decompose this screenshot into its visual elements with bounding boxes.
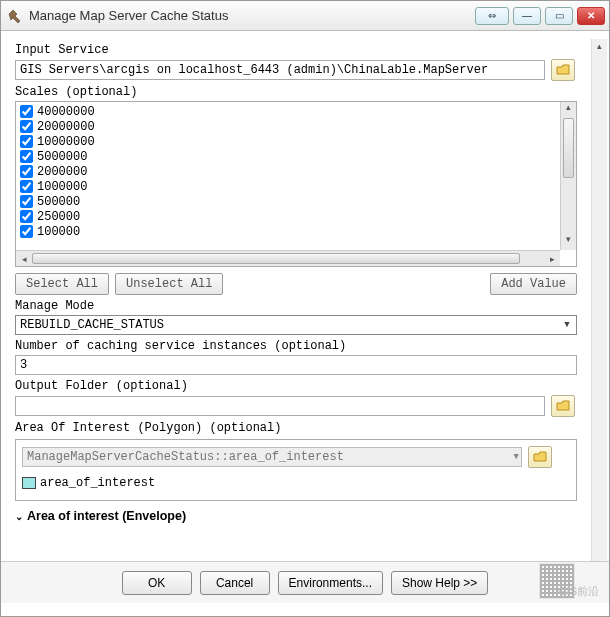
scale-value: 5000000 [37,150,87,164]
aoi-polygon-combo[interactable]: ManageMapServerCacheStatus::area_of_inte… [22,447,522,467]
scales-button-row: Select All Unselect All Add Value [15,273,577,295]
aoi-layer-name: area_of_interest [40,476,155,490]
scale-value: 100000 [37,225,80,239]
scale-row[interactable]: 2000000 [18,164,574,179]
scale-value: 250000 [37,210,80,224]
scale-row[interactable]: 10000000 [18,134,574,149]
scale-checkbox[interactable] [20,210,33,223]
maximize-button[interactable]: ▭ [545,7,573,25]
chevron-down-icon: ▼ [560,318,574,332]
aoi-layer-row[interactable]: area_of_interest [22,476,570,490]
scale-row[interactable]: 20000000 [18,119,574,134]
browse-output-folder-button[interactable] [551,395,575,417]
content-scrollbar[interactable]: ▴ [591,39,607,561]
ok-button[interactable]: OK [122,571,192,595]
browse-aoi-button[interactable] [528,446,552,468]
scale-checkbox[interactable] [20,180,33,193]
scroll-up-icon: ▴ [597,41,602,51]
scales-hscrollbar[interactable]: ◂ ▸ [16,250,560,266]
instances-field[interactable]: 3 [15,355,577,375]
scales-label: Scales (optional) [15,85,597,99]
browse-input-service-button[interactable] [551,59,575,81]
scale-value: 1000000 [37,180,87,194]
scale-checkbox[interactable] [20,225,33,238]
scale-row[interactable]: 5000000 [18,149,574,164]
scale-value: 2000000 [37,165,87,179]
scale-checkbox[interactable] [20,135,33,148]
scale-row[interactable]: 250000 [18,209,574,224]
scale-checkbox[interactable] [20,150,33,163]
watermark-text: GIS前沿 [558,584,599,599]
output-folder-field[interactable] [15,396,545,416]
scale-value: 500000 [37,195,80,209]
dialog-footer: OK Cancel Environments... Show Help >> G… [1,561,609,603]
input-service-label: Input Service [15,43,597,57]
aoi-envelope-toggle[interactable]: ⌄ Area of interest (Envelope) [15,509,597,523]
swap-button[interactable]: ⇔ [475,7,509,25]
polygon-swatch-icon [22,477,36,489]
scale-checkbox[interactable] [20,165,33,178]
scroll-right-icon: ▸ [544,251,560,266]
folder-icon [556,400,570,412]
input-service-field[interactable]: GIS Servers\arcgis on localhost_6443 (ad… [15,60,545,80]
add-value-button[interactable]: Add Value [490,273,577,295]
scale-value: 20000000 [37,120,95,134]
scale-checkbox[interactable] [20,120,33,133]
scale-value: 10000000 [37,135,95,149]
scale-row[interactable]: 500000 [18,194,574,209]
scales-listbox[interactable]: 4000000020000000100000005000000200000010… [15,101,577,267]
scroll-up-icon: ▴ [561,102,576,118]
app-icon [7,8,23,24]
aoi-polygon-box: ManageMapServerCacheStatus::area_of_inte… [15,439,577,501]
instances-label: Number of caching service instances (opt… [15,339,597,353]
titlebar: Manage Map Server Cache Status ⇔ — ▭ ✕ [1,1,609,31]
chevron-down-icon: ▼ [514,452,519,462]
vscroll-thumb[interactable] [563,118,574,178]
folder-icon [533,451,547,463]
manage-mode-combo[interactable]: REBUILD_CACHE_STATUS ▼ [15,315,577,335]
scale-row[interactable]: 40000000 [18,104,574,119]
dialog-content: ▴ Input Service GIS Servers\arcgis on lo… [1,31,609,561]
scroll-down-icon: ▾ [561,234,576,250]
aoi-polygon-combo-value: ManageMapServerCacheStatus::area_of_inte… [27,450,344,464]
input-service-value: GIS Servers\arcgis on localhost_6443 (ad… [20,63,488,77]
unselect-all-button[interactable]: Unselect All [115,273,223,295]
minimize-button[interactable]: — [513,7,541,25]
manage-mode-label: Manage Mode [15,299,597,313]
instances-value: 3 [20,358,27,372]
scale-checkbox[interactable] [20,195,33,208]
manage-mode-value: REBUILD_CACHE_STATUS [20,318,164,332]
scale-checkbox[interactable] [20,105,33,118]
scale-row[interactable]: 100000 [18,224,574,239]
scroll-left-icon: ◂ [16,251,32,266]
hscroll-thumb[interactable] [32,253,520,264]
aoi-polygon-label: Area Of Interest (Polygon) (optional) [15,421,597,435]
chevron-down-icon: ⌄ [15,511,23,522]
scales-vscrollbar[interactable]: ▴ ▾ [560,102,576,250]
scale-row[interactable]: 1000000 [18,179,574,194]
cancel-button[interactable]: Cancel [200,571,270,595]
output-folder-label: Output Folder (optional) [15,379,597,393]
aoi-envelope-label: Area of interest (Envelope) [27,509,186,523]
scales-items: 4000000020000000100000005000000200000010… [16,102,576,266]
scale-value: 40000000 [37,105,95,119]
window-title: Manage Map Server Cache Status [29,8,475,23]
folder-icon [556,64,570,76]
environments-button[interactable]: Environments... [278,571,383,595]
window-controls: ⇔ — ▭ ✕ [475,7,609,25]
svg-marker-0 [9,10,20,23]
select-all-button[interactable]: Select All [15,273,109,295]
close-button[interactable]: ✕ [577,7,605,25]
show-help-button[interactable]: Show Help >> [391,571,488,595]
